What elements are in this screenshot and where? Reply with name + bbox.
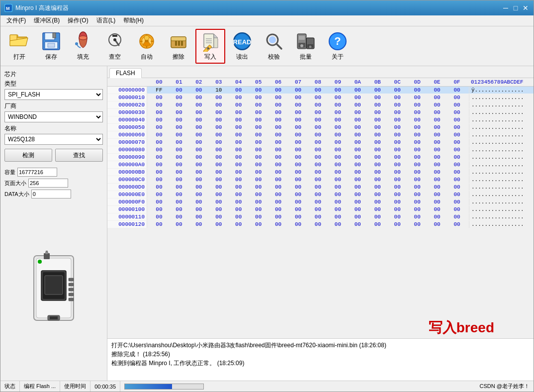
hex-byte: 00 <box>348 95 367 100</box>
hex-byte: 00 <box>229 169 249 175</box>
about-button[interactable]: ? 关于 <box>323 29 353 64</box>
hex-byte: 00 <box>288 139 308 145</box>
hex-byte: 00 <box>387 154 407 160</box>
hex-byte: 00 <box>209 199 229 205</box>
hex-byte: 00 <box>288 162 308 168</box>
minimize-button[interactable]: ─ <box>502 4 510 12</box>
open-button[interactable]: 打开 <box>4 29 34 64</box>
hex-byte: 00 <box>328 192 348 197</box>
write-button[interactable]: 写入 <box>195 29 225 64</box>
table-row[interactable]: 0000005000000000000000000000000000000000… <box>107 124 534 131</box>
menu-file[interactable]: 文件(F) <box>2 15 30 26</box>
col-09: 09 <box>328 79 348 85</box>
hex-bytes-cell: 00000000000000000000000000000000 <box>147 221 469 228</box>
table-row[interactable]: 000000F000000000000000000000000000000000… <box>107 198 534 206</box>
hex-byte: 00 <box>249 124 268 130</box>
progress-bar <box>125 384 172 389</box>
auto-icon <box>136 31 157 52</box>
hex-byte: 00 <box>288 102 308 108</box>
table-row[interactable]: 0000003000000000000000000000000000000000… <box>107 109 534 116</box>
hex-address: 00000100 <box>107 206 147 213</box>
flash-tab[interactable]: FLASH <box>109 68 142 78</box>
checkblank-button[interactable]: 查空 <box>100 29 130 64</box>
hex-byte: 00 <box>328 139 348 145</box>
table-row[interactable]: 0000012000000000000000000000000000000000… <box>107 221 534 228</box>
table-row[interactable]: 00000000FF000010000000000000000000000000… <box>107 87 534 94</box>
table-row[interactable]: 000000C000000000000000000000000000000000… <box>107 176 534 184</box>
fill-button[interactable]: 填充 <box>68 29 98 64</box>
table-row[interactable]: 0000007000000000000000000000000000000000… <box>107 139 534 146</box>
checkblank-icon <box>104 31 125 52</box>
table-row[interactable]: 0000002000000000000000000000000000000000… <box>107 101 534 109</box>
hex-byte: 00 <box>447 177 467 183</box>
table-row[interactable]: 000000A000000000000000000000000000000000… <box>107 161 534 169</box>
close-button[interactable]: ✕ <box>522 4 530 12</box>
hex-byte: 00 <box>367 147 387 153</box>
verify-button[interactable]: 校验 <box>259 29 289 64</box>
hex-byte: 00 <box>288 214 308 220</box>
table-row[interactable]: 000000D000000000000000000000000000000000… <box>107 184 534 191</box>
hex-byte: 00 <box>229 102 249 108</box>
save-button[interactable]: 保存 <box>36 29 66 64</box>
hex-byte: 00 <box>447 162 467 168</box>
hex-scroll-area[interactable]: 00 01 02 03 04 05 06 07 08 09 0A <box>107 78 534 338</box>
hex-byte: 00 <box>427 117 447 123</box>
table-row[interactable]: 000000B000000000000000000000000000000000… <box>107 169 534 176</box>
page-size-value: 256 <box>28 179 68 188</box>
erase-button[interactable]: 擦除 <box>164 29 193 64</box>
hex-bytes-cell: 00000000000000000000000000000000 <box>147 131 469 138</box>
hex-byte: 00 <box>447 117 467 123</box>
find-button[interactable]: 查找 <box>55 149 103 162</box>
hex-byte: 00 <box>328 206 348 212</box>
hex-byte: 00 <box>209 214 229 220</box>
hex-byte: 00 <box>209 206 229 212</box>
auto-button[interactable]: 自动 <box>132 29 162 64</box>
hex-byte: 00 <box>447 192 467 197</box>
hex-byte: 00 <box>169 147 189 153</box>
hex-byte: 00 <box>229 184 249 190</box>
hex-byte: 00 <box>229 87 249 93</box>
hex-byte: 00 <box>169 102 189 108</box>
menu-help[interactable]: 帮助(H) <box>119 15 148 26</box>
hex-byte: 00 <box>189 109 209 115</box>
table-row[interactable]: 0000001000000000000000000000000000000000… <box>107 94 534 101</box>
manufacturer-select[interactable]: WINBOND <box>4 111 103 122</box>
table-row[interactable]: 0000008000000000000000000000000000000000… <box>107 146 534 154</box>
col-00: 00 <box>149 79 169 85</box>
hex-byte: 00 <box>149 192 169 197</box>
hex-byte: 00 <box>229 206 249 212</box>
read-button[interactable]: READ 读出 <box>227 29 257 64</box>
maximize-button[interactable]: □ <box>512 4 520 12</box>
table-row[interactable]: 0000004000000000000000000000000000000000… <box>107 116 534 124</box>
hex-bytes-cell: FF000010000000000000000000000000 <box>147 87 469 94</box>
hex-byte: 00 <box>149 102 169 108</box>
hex-byte: 00 <box>268 117 288 123</box>
menu-language[interactable]: 语言(L) <box>92 15 120 26</box>
hex-bytes-cell: 00000000000000000000000000000000 <box>147 191 469 198</box>
table-row[interactable]: 0000010000000000000000000000000000000000… <box>107 206 534 213</box>
svg-rect-14 <box>112 35 117 37</box>
table-row[interactable]: 000000E000000000000000000000000000000000… <box>107 191 534 198</box>
hex-byte: 00 <box>407 102 427 108</box>
open-icon <box>9 31 30 52</box>
hex-byte: 00 <box>169 184 189 190</box>
table-row[interactable]: 0000011000000000000000000000000000000000… <box>107 213 534 221</box>
capacity-row: 容量 16777216 <box>4 168 103 177</box>
hex-byte: 00 <box>427 221 447 227</box>
table-row[interactable]: 0000006000000000000000000000000000000000… <box>107 131 534 139</box>
hex-byte: 00 <box>447 221 467 227</box>
hex-byte: 00 <box>209 132 229 138</box>
hex-byte: 00 <box>328 117 348 123</box>
chip-name-select[interactable]: W25Q128 <box>4 134 103 145</box>
hex-byte: 00 <box>348 184 367 190</box>
table-row[interactable]: 0000009000000000000000000000000000000000… <box>107 154 534 161</box>
detect-button[interactable]: 检测 <box>4 149 52 162</box>
type-select[interactable]: SPI_FLASH <box>4 89 103 100</box>
hex-byte: 00 <box>268 139 288 145</box>
hex-byte: 00 <box>268 162 288 168</box>
col-05: 05 <box>249 79 268 85</box>
hex-byte: 00 <box>308 184 328 190</box>
batch-button[interactable]: 批量 <box>291 29 321 64</box>
menu-buffer[interactable]: 缓冲区(B) <box>30 15 64 26</box>
menu-operation[interactable]: 操作(O) <box>64 15 92 26</box>
